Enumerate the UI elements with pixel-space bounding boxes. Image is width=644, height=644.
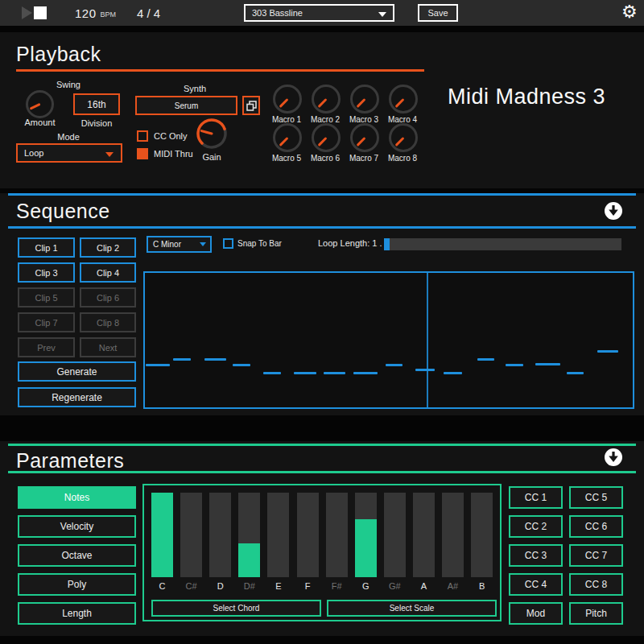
macro-8-knob[interactable]: [389, 123, 418, 152]
tab-velocity[interactable]: Velocity: [18, 515, 136, 538]
note-bar-gsharp[interactable]: [384, 493, 406, 577]
macro-1-knob[interactable]: [273, 85, 302, 114]
select-scale-button[interactable]: Select Scale: [327, 600, 497, 617]
note-bar-csharp[interactable]: [180, 493, 202, 577]
note-bar-g[interactable]: [355, 493, 377, 577]
mode-dropdown[interactable]: Loop: [16, 143, 122, 163]
note-bar-a[interactable]: [413, 493, 435, 577]
midi-note[interactable]: [146, 364, 170, 366]
playback-section: Playback Swing Amount 16th Division Synt…: [0, 32, 644, 188]
note-label-csharp: C#: [180, 581, 202, 591]
clip-8-button[interactable]: Clip 8: [80, 312, 136, 332]
piano-roll[interactable]: [143, 271, 634, 409]
midi-note[interactable]: [353, 372, 378, 374]
clip-2-button[interactable]: Clip 2: [80, 237, 136, 258]
macro-6-knob[interactable]: [312, 123, 341, 152]
midi-note[interactable]: [506, 364, 523, 366]
macro-4-knob[interactable]: [389, 85, 418, 114]
clip-1-button[interactable]: Clip 1: [18, 237, 75, 258]
pitch-button[interactable]: Pitch: [569, 602, 623, 625]
bar-divider: [427, 273, 428, 407]
note-bar-c[interactable]: [151, 493, 173, 577]
macro-5-knob[interactable]: [273, 123, 302, 152]
clip-3-button[interactable]: Clip 3: [18, 262, 75, 283]
open-plugin-window-button[interactable]: [242, 96, 260, 115]
play-icon[interactable]: [22, 6, 32, 19]
cc-only-checkbox[interactable]: [137, 130, 148, 142]
collapse-section-icon[interactable]: [605, 202, 622, 220]
cc-3-button[interactable]: CC 3: [509, 544, 563, 567]
note-bar-d[interactable]: [209, 493, 231, 577]
note-bar-dsharp[interactable]: [238, 493, 260, 577]
midi-note[interactable]: [477, 358, 495, 361]
midi-note[interactable]: [535, 363, 560, 365]
key-dropdown[interactable]: C Minor: [147, 236, 212, 253]
swing-amount-knob[interactable]: [26, 90, 54, 118]
macro-3-knob[interactable]: [350, 85, 379, 114]
midi-note[interactable]: [233, 364, 250, 366]
bpm-value[interactable]: 120: [75, 6, 97, 20]
midi-thru-checkbox[interactable]: [137, 148, 148, 159]
tab-length[interactable]: Length: [18, 602, 136, 625]
next-clip-button[interactable]: Next: [80, 337, 136, 357]
playback-title: Playback: [16, 43, 101, 66]
snap-to-bar-checkbox[interactable]: [223, 238, 233, 249]
macro-7-knob[interactable]: [350, 123, 379, 152]
loop-length-slider[interactable]: [384, 238, 621, 250]
tab-notes[interactable]: Notes: [18, 486, 136, 509]
clip-7-button[interactable]: Clip 7: [18, 312, 75, 332]
midi-note[interactable]: [386, 364, 402, 366]
mode-label: Mode: [48, 132, 89, 142]
division-label: Division: [69, 118, 124, 128]
save-button[interactable]: Save: [418, 4, 458, 22]
swing-label: Swing: [48, 80, 89, 89]
cc-6-button[interactable]: CC 6: [569, 515, 623, 538]
cc-4-button[interactable]: CC 4: [509, 573, 563, 596]
clip-4-button[interactable]: Clip 4: [80, 262, 136, 283]
midi-note[interactable]: [567, 372, 584, 374]
midi-note[interactable]: [415, 369, 435, 371]
generate-button[interactable]: Generate: [18, 361, 136, 382]
note-bar-f[interactable]: [297, 493, 319, 577]
time-signature[interactable]: 4 / 4: [137, 0, 160, 26]
note-bar-asharp[interactable]: [442, 493, 464, 577]
tab-octave[interactable]: Octave: [18, 544, 136, 567]
midi-note[interactable]: [204, 358, 226, 361]
midi-note[interactable]: [324, 372, 345, 374]
division-box[interactable]: 16th: [73, 93, 120, 115]
plugin-title: Midi Madness 3: [448, 85, 605, 109]
loop-length-slider-handle[interactable]: [384, 238, 390, 250]
midi-note[interactable]: [173, 358, 191, 361]
loop-length-label: Loop Length: 1 . 0: [318, 238, 390, 248]
cc-5-button[interactable]: CC 5: [569, 486, 623, 509]
midi-note[interactable]: [263, 372, 281, 374]
gain-knob[interactable]: [194, 116, 229, 151]
cc-7-button[interactable]: CC 7: [569, 544, 623, 567]
collapse-section-icon[interactable]: [605, 448, 622, 466]
cc-1-button[interactable]: CC 1: [509, 486, 563, 509]
select-chord-button[interactable]: Select Chord: [151, 600, 321, 617]
midi-note[interactable]: [597, 350, 619, 353]
midi-note[interactable]: [444, 372, 463, 374]
clip-6-button[interactable]: Clip 6: [80, 287, 136, 308]
prev-clip-button[interactable]: Prev: [18, 337, 75, 357]
preset-dropdown[interactable]: 303 Bassline: [244, 4, 394, 22]
midi-note[interactable]: [294, 372, 316, 374]
stop-button[interactable]: [34, 6, 47, 19]
snap-to-bar-label: Snap To Bar: [237, 239, 282, 248]
preset-dropdown-value: 303 Bassline: [252, 8, 303, 18]
note-bar-fsharp[interactable]: [326, 493, 348, 577]
note-label-d: D: [209, 581, 231, 591]
cc-2-button[interactable]: CC 2: [509, 515, 563, 538]
regenerate-button[interactable]: Regenerate: [18, 387, 136, 407]
note-bar-b[interactable]: [471, 493, 493, 577]
tab-poly[interactable]: Poly: [18, 573, 136, 596]
mod-button[interactable]: Mod: [509, 602, 563, 625]
cc-8-button[interactable]: CC 8: [569, 573, 623, 596]
clip-5-button[interactable]: Clip 5: [18, 287, 75, 308]
note-bar-e[interactable]: [267, 493, 289, 577]
gear-icon[interactable]: ⚙: [621, 2, 638, 23]
synth-selector[interactable]: Serum: [135, 96, 237, 115]
note-label-asharp: A#: [442, 581, 464, 591]
macro-2-knob[interactable]: [312, 85, 341, 114]
